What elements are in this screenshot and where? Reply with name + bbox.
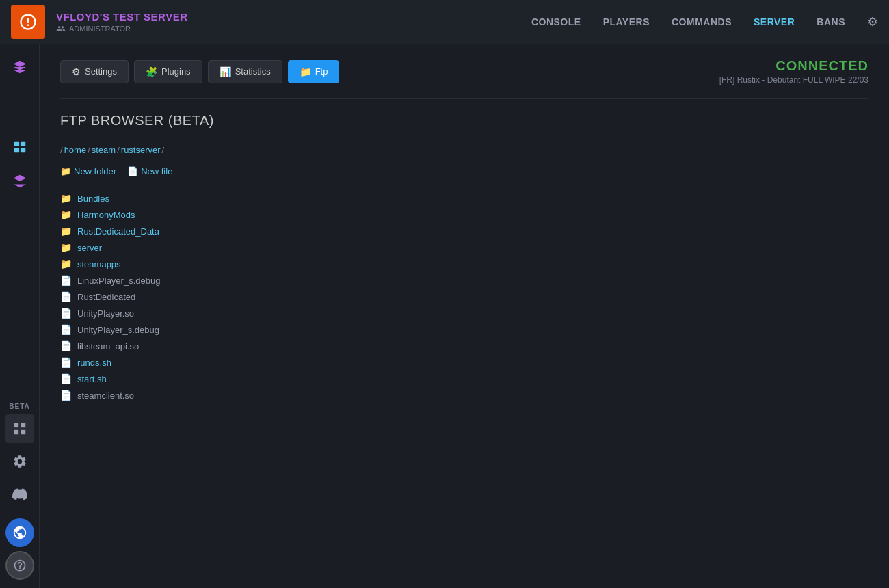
breadcrumb-slash-1: / (88, 145, 90, 155)
folder-icon: 📁 (60, 193, 72, 204)
new-folder-label: New folder (74, 166, 116, 176)
connected-block: CONNECTED [FR] Rustix - Débutant FULL WI… (719, 58, 868, 85)
svg-rect-5 (21, 423, 25, 427)
page-title: FTP BROWSER (BETA) (60, 113, 868, 129)
new-file-button[interactable]: 📄 New file (127, 166, 172, 176)
sidebar-bottom: BETA (5, 403, 34, 580)
nav-commands[interactable]: COMMANDS (672, 16, 732, 27)
connected-status: CONNECTED (719, 58, 868, 74)
folder-harmonymods[interactable]: HarmonyMods (77, 210, 135, 220)
settings-tab-icon: ⚙ (72, 66, 81, 77)
title-block: VFLOYD'S TEST SERVER ADMINISTRATOR (56, 11, 531, 34)
file-list: 📁 Bundles 📁 HarmonyMods 📁 RustDedicated_… (60, 190, 868, 403)
statistics-tab-label: Statistics (235, 66, 271, 77)
new-file-icon: 📄 (127, 166, 138, 176)
file-start[interactable]: start.sh (77, 374, 107, 384)
svg-rect-1 (20, 142, 25, 146)
layout: BETA (0, 44, 889, 588)
sidebar-icon-group2[interactable] (5, 87, 34, 116)
dashboard-icon (12, 421, 27, 436)
plugins-tab-label: Plugins (161, 66, 191, 77)
svg-rect-7 (21, 430, 25, 434)
file-doc-icon: 📄 (60, 291, 72, 302)
admin-icon (56, 24, 66, 34)
folder-icon: 📁 (60, 242, 72, 253)
ftp-tab-icon: 📁 (300, 66, 311, 77)
nav-settings-icon[interactable]: ⚙ (867, 14, 878, 29)
folder-server[interactable]: server (77, 243, 102, 253)
list-item: 📁 server (60, 239, 868, 256)
statistics-tab-icon: 📊 (220, 66, 231, 77)
list-item: 📄 steamclient.so (60, 387, 868, 403)
help-icon (13, 559, 27, 572)
svg-rect-2 (14, 148, 18, 152)
new-folder-button[interactable]: 📁 New folder (60, 166, 116, 176)
new-folder-icon: 📁 (60, 166, 71, 176)
svg-rect-6 (14, 430, 18, 434)
tab-plugins[interactable]: 🧩 Plugins (134, 60, 202, 83)
breadcrumb: / home / steam / rustserver / (60, 145, 868, 155)
sidebar-discord-icon[interactable] (5, 480, 34, 509)
list-item: 📄 LinuxPlayer_s.debug (60, 272, 868, 289)
nav-players[interactable]: PLAYERS (603, 16, 650, 27)
sidebar-divider-2 (8, 204, 32, 204)
file-doc-icon: 📄 (60, 390, 72, 401)
list-item: 📄 UnityPlayer.so (60, 305, 868, 321)
list-item: 📁 steamapps (60, 256, 868, 272)
sidebar-icon-group3[interactable] (5, 133, 34, 161)
gear-icon (12, 454, 27, 469)
beta-label: BETA (9, 403, 29, 410)
nav-bans[interactable]: BANS (817, 16, 845, 27)
sidebar-icon-group1[interactable] (5, 53, 34, 81)
sidebar-help-button[interactable] (5, 551, 34, 580)
list-item: 📁 RustDedicated_Data (60, 223, 868, 239)
file-unityplayer: UnityPlayer.so (77, 308, 134, 319)
list-item: 📁 Bundles (60, 190, 868, 206)
breadcrumb-steam[interactable]: steam (92, 145, 116, 155)
svg-rect-0 (14, 142, 18, 146)
file-doc-icon: 📄 (60, 324, 72, 335)
sidebar-divider-1 (8, 124, 32, 124)
nav-links: CONSOLE PLAYERS COMMANDS SERVER BANS ⚙ (531, 14, 878, 29)
tab-statistics[interactable]: 📊 Statistics (208, 60, 282, 83)
svg-rect-4 (14, 423, 18, 427)
sidebar-icon-2 (12, 94, 27, 109)
list-item: 📄 start.sh (60, 371, 868, 387)
actions-bar: 📁 New folder 📄 New file (60, 166, 868, 176)
file-doc-icon: 📄 (60, 340, 72, 351)
folder-steamapps[interactable]: steamapps (77, 259, 121, 269)
list-item: 📄 runds.sh (60, 354, 868, 371)
folder-icon: 📁 (60, 226, 72, 237)
settings-tab-label: Settings (85, 66, 117, 77)
nav-server[interactable]: SERVER (754, 16, 795, 27)
folder-bundles[interactable]: Bundles (77, 193, 109, 204)
file-rustdedicated: RustDedicated (77, 292, 135, 302)
sidebar-dashboard-icon[interactable] (5, 414, 34, 443)
sidebar-icon-group4[interactable] (5, 167, 34, 196)
file-libsteam: libsteam_api.so (77, 341, 139, 351)
breadcrumb-home[interactable]: home (64, 145, 87, 155)
sidebar-icon-1 (12, 59, 27, 75)
folder-icon: 📁 (60, 209, 72, 220)
top-nav: VFLOYD'S TEST SERVER ADMINISTRATOR CONSO… (0, 0, 889, 44)
list-item: 📄 UnityPlayer_s.debug (60, 321, 868, 338)
folder-rustdedicated-data[interactable]: RustDedicated_Data (77, 226, 159, 237)
plugins-tab-icon: 🧩 (146, 66, 157, 77)
globe-icon (12, 525, 27, 540)
folder-icon: 📁 (60, 258, 72, 269)
list-item: 📄 libsteam_api.so (60, 338, 868, 354)
sidebar-gear-icon[interactable] (5, 447, 34, 476)
connected-server-name: [FR] Rustix - Débutant FULL WIPE 22/03 (719, 75, 868, 85)
file-doc-icon: 📄 (60, 275, 72, 286)
main-content: ⚙ Settings 🧩 Plugins 📊 Statistics 📁 Ftp … (40, 44, 889, 588)
file-runds[interactable]: runds.sh (77, 358, 111, 368)
breadcrumb-rustserver[interactable]: rustserver (121, 145, 161, 155)
sidebar-icon-4 (12, 174, 27, 189)
sidebar-globe-button[interactable] (5, 518, 34, 547)
breadcrumb-slash-0: / (60, 145, 63, 155)
tab-ftp[interactable]: 📁 Ftp (288, 60, 340, 83)
tab-settings[interactable]: ⚙ Settings (60, 60, 129, 83)
breadcrumb-slash-2: / (117, 145, 120, 155)
nav-console[interactable]: CONSOLE (531, 16, 581, 27)
breadcrumb-slash-3: / (162, 145, 165, 155)
